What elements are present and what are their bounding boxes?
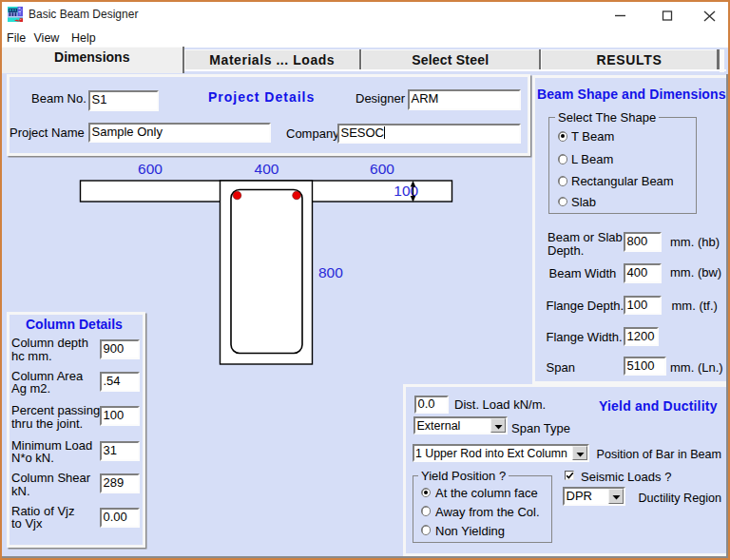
app-window: Basic Beam Designer File View Help Dimen… [0, 0, 730, 560]
radio-t-beam[interactable] [558, 131, 568, 142]
dist-load-input[interactable]: 0.0 [414, 396, 449, 414]
dim-right-600: 600 [370, 161, 394, 177]
content-shadow [726, 71, 728, 558]
minimum-load-input[interactable]: 31 [100, 441, 140, 461]
ductility-region-label: Ductility Region [639, 492, 722, 505]
beam-width-input[interactable]: 400 [624, 263, 662, 283]
beam-depth-input[interactable]: 800 [624, 232, 662, 252]
flange-depth-label: Flange Depth. [547, 299, 624, 313]
rebar-right [293, 191, 301, 200]
column-area-input[interactable]: .54 [100, 372, 140, 392]
tab-select-steel[interactable]: Select Steel [361, 49, 539, 69]
tab-row-end-stub [720, 49, 724, 72]
dim-flange-100: 100 [394, 183, 418, 199]
span-input[interactable]: 5100 [624, 357, 666, 376]
rebar-left [233, 191, 241, 200]
dim-mid-400: 400 [255, 161, 279, 177]
chevron-down-icon [493, 423, 504, 431]
bar-position-combo[interactable]: 1 Upper Rod into Ext Column [413, 444, 589, 462]
tab-dimensions[interactable]: Dimensions [2, 47, 182, 73]
radio-slab-label[interactable]: Slab [571, 195, 596, 209]
dim-left-600: 600 [138, 161, 163, 177]
flange-width-label: Flange Width. [547, 330, 623, 344]
ratio-vjz-input[interactable]: 0.00 [100, 508, 140, 528]
flange-depth-unit: mm. (tf.) [672, 299, 718, 313]
radio-non-yielding-label[interactable]: Non Yielding [435, 524, 505, 538]
span-type-dropdown-button[interactable] [490, 418, 506, 433]
content-shadow [2, 556, 728, 558]
chevron-down-icon [575, 451, 586, 458]
tab-page-top-edge [184, 69, 726, 71]
beam-shape-title: Beam Shape and Dimensions [537, 87, 726, 102]
radio-t-beam-label[interactable]: T Beam [571, 129, 614, 144]
yield-ductility-title: Yield and Ductility [599, 398, 718, 414]
dim-depth-800: 800 [318, 264, 343, 280]
radio-away-from-col-label[interactable]: Away from the Col. [435, 505, 540, 519]
span-type-combo[interactable]: External [413, 416, 508, 434]
flange-width-input[interactable]: 1200 [624, 327, 659, 346]
column-depth-label: Column depthhc mm. [11, 337, 88, 362]
tab-strip: Dimensions Materials ... Loads Select St… [2, 46, 728, 74]
ratio-vjz-label: Ratio of Vjzto Vjx [11, 505, 74, 531]
column-shear-input[interactable]: 289 [100, 473, 140, 493]
column-details-title: Column Details [26, 317, 123, 332]
flange-depth-input[interactable]: 100 [624, 296, 662, 315]
span-type-label: Span Type [511, 421, 570, 435]
radio-at-column-face-label[interactable]: At the column face [435, 486, 538, 500]
span-label: Span [547, 360, 575, 375]
ductility-combo[interactable]: DPR [563, 487, 625, 506]
ductility-value: DPR [567, 489, 592, 503]
bar-position-value: 1 Upper Rod into Ext Column [415, 447, 567, 460]
web-outline [221, 181, 313, 364]
radio-slab[interactable] [558, 197, 568, 207]
percent-passing-input[interactable]: 100 [100, 406, 140, 426]
radio-rectangular-beam[interactable] [558, 176, 568, 186]
dist-load-label: Dist. Load kN/m. [454, 397, 546, 412]
minimum-load-label: Minimum LoadN*o kN. [11, 439, 92, 465]
column-shear-label: Column ShearkN. [11, 472, 90, 497]
column-depth-input[interactable]: 900 [100, 339, 140, 359]
radio-l-beam-label[interactable]: L Beam [571, 152, 613, 166]
beam-depth-label: Beam or SlabDepth. [548, 231, 623, 257]
beam-depth-unit: mm. (hb) [670, 235, 720, 249]
radio-away-from-col[interactable] [421, 506, 432, 516]
bar-position-label: Position of Bar in Beam [597, 448, 722, 461]
radio-l-beam[interactable] [558, 154, 568, 164]
radio-at-column-face[interactable] [421, 488, 432, 498]
chevron-down-icon [611, 493, 622, 501]
yield-position-caption: Yield Position ? [418, 469, 509, 483]
span-unit: mm. (Ln.) [670, 360, 723, 375]
column-area-label: Column AreaAg m2. [11, 370, 83, 396]
select-shape-caption: Select The Shape [555, 110, 659, 125]
beam-width-unit: mm. (bw) [670, 265, 721, 280]
seismic-loads-checkbox[interactable] [565, 471, 575, 481]
seismic-loads-label[interactable]: Seismic Loads ? [581, 470, 671, 484]
tab-materials-loads[interactable]: Materials ... Loads [184, 49, 359, 69]
check-icon [566, 472, 574, 480]
ductility-dropdown-button[interactable] [608, 489, 624, 504]
beam-width-label: Beam Width [549, 266, 617, 280]
span-type-value: External [417, 419, 461, 433]
tab-results[interactable]: RESULTS [541, 49, 717, 69]
percent-passing-label: Percent passingthru the joint. [11, 404, 100, 430]
bar-position-dropdown-button[interactable] [572, 446, 587, 460]
radio-rectangular-beam-label[interactable]: Rectangular Beam [571, 174, 674, 188]
radio-non-yielding[interactable] [421, 525, 432, 535]
